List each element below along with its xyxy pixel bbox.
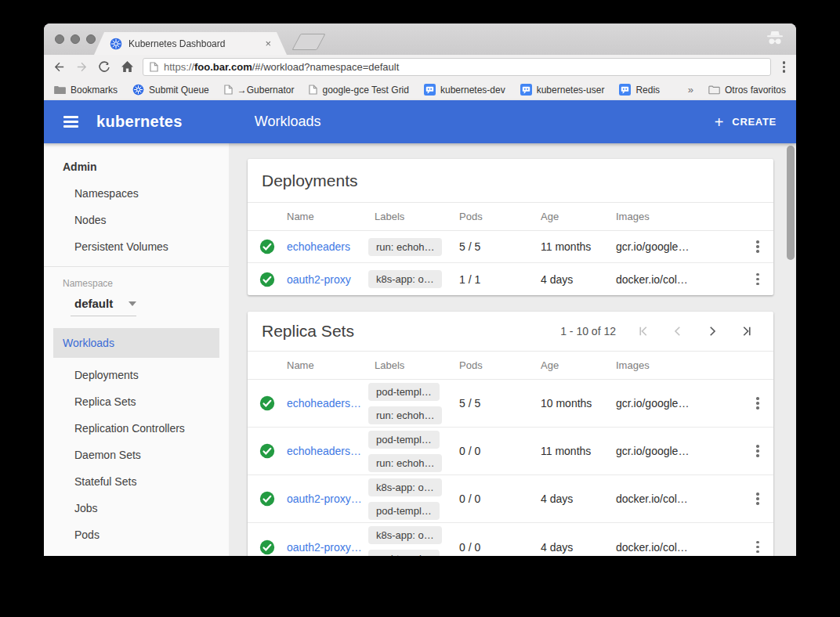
row-menu-icon[interactable] bbox=[753, 394, 762, 413]
folder-icon bbox=[708, 85, 720, 95]
sidebar-item-admin[interactable]: Admin bbox=[44, 153, 229, 180]
create-button[interactable]: + CREATE bbox=[715, 114, 777, 130]
next-page-icon[interactable] bbox=[705, 324, 719, 338]
row-menu-icon[interactable] bbox=[753, 237, 762, 256]
page-icon bbox=[150, 62, 158, 72]
scrollbar-thumb[interactable] bbox=[787, 146, 795, 260]
replica-sets-card: Replica Sets 1 - 10 of 12 bbox=[248, 312, 773, 556]
browser-tab[interactable]: Kubernetes Dashboard × bbox=[94, 32, 287, 55]
sidebar-item-daemon-sets[interactable]: Daemon Sets bbox=[44, 442, 229, 468]
back-icon[interactable] bbox=[52, 60, 66, 74]
last-page-icon[interactable] bbox=[740, 324, 754, 338]
sidebar-item-replication-controllers[interactable]: Replication Controllers bbox=[44, 415, 229, 442]
url-scheme: https:// bbox=[164, 61, 194, 73]
replica-sets-card-title: Replica Sets bbox=[262, 322, 354, 341]
bookmark-bookmarks-folder[interactable]: Bookmarks bbox=[54, 85, 118, 96]
scrollbar[interactable] bbox=[785, 143, 796, 556]
row-menu-icon[interactable] bbox=[753, 270, 762, 289]
row-menu-icon[interactable] bbox=[753, 489, 762, 508]
bookmark-google-gce-test-grid[interactable]: google-gce Test Grid bbox=[309, 85, 409, 96]
app-brand: kubernetes bbox=[96, 113, 183, 131]
browser-menu-icon[interactable] bbox=[780, 61, 789, 73]
minimize-window-button[interactable] bbox=[71, 34, 80, 44]
images-cell: gcr.io/google… bbox=[616, 240, 742, 253]
forward-icon[interactable] bbox=[74, 60, 89, 74]
sidebar-item-jobs[interactable]: Jobs bbox=[44, 495, 229, 521]
sidebar-divider bbox=[44, 266, 229, 267]
column-header-images: Images bbox=[616, 211, 742, 222]
bookmark-redis[interactable]: Redis bbox=[619, 84, 660, 96]
pods-cell: 0 / 0 bbox=[459, 541, 541, 554]
age-cell: 4 days bbox=[541, 541, 616, 554]
images-cell: docker.io/col… bbox=[616, 541, 742, 554]
zoom-window-button[interactable] bbox=[86, 34, 96, 44]
column-header-pods: Pods bbox=[459, 211, 541, 222]
sidebar-item-deployments[interactable]: Deployments bbox=[44, 362, 229, 388]
hamburger-menu-icon[interactable] bbox=[63, 116, 78, 128]
other-favorites-folder[interactable]: Otros favoritos bbox=[708, 85, 786, 96]
close-window-button[interactable] bbox=[55, 34, 64, 44]
status-ok-icon bbox=[259, 395, 275, 411]
bookmarks-bar: Bookmarks Submit Queue →Gubernato bbox=[44, 79, 796, 100]
row-menu-icon[interactable] bbox=[753, 538, 762, 556]
label-chip[interactable]: pod-templ… bbox=[368, 550, 440, 556]
page-icon bbox=[309, 85, 317, 95]
deployments-card-title: Deployments bbox=[262, 171, 358, 190]
bookmarks-overflow-chevron-icon[interactable]: » bbox=[688, 84, 693, 96]
label-chip[interactable]: pod-templ… bbox=[368, 383, 440, 401]
label-chip[interactable]: run: echoh… bbox=[368, 406, 442, 424]
pods-cell: 5 / 5 bbox=[459, 397, 541, 410]
workloads-sublist: Deployments Replica Sets Replication Con… bbox=[44, 362, 229, 548]
sidebar-item-workloads[interactable]: Workloads bbox=[53, 328, 219, 358]
pods-cell: 5 / 5 bbox=[459, 240, 541, 253]
sidebar-item-stateful-sets[interactable]: Stateful Sets bbox=[44, 468, 229, 495]
replica-sets-card-header: Replica Sets 1 - 10 of 12 bbox=[248, 312, 773, 351]
home-icon[interactable] bbox=[120, 60, 134, 74]
titlebar: Kubernetes Dashboard × bbox=[44, 23, 796, 55]
window-controls bbox=[55, 34, 96, 44]
groups-icon bbox=[619, 84, 631, 96]
table-row: oauth2-proxy… k8s-app: o… pod-templ… 0 /… bbox=[248, 475, 773, 523]
column-header-age: Age bbox=[541, 359, 616, 371]
replica-set-name-link[interactable]: echoheaders… bbox=[287, 445, 375, 457]
label-chip[interactable]: run: echoh… bbox=[368, 238, 442, 256]
column-header-name: Name bbox=[287, 359, 375, 371]
deployment-name-link[interactable]: echoheaders bbox=[287, 240, 375, 253]
replica-set-name-link[interactable]: oauth2-proxy… bbox=[287, 493, 375, 505]
address-bar[interactable]: https://foo.bar.com/#/workload?namespace… bbox=[143, 58, 771, 76]
column-header-pods: Pods bbox=[459, 359, 541, 371]
sidebar-item-replica-sets[interactable]: Replica Sets bbox=[44, 388, 229, 415]
browser-toolbar: https://foo.bar.com/#/workload?namespace… bbox=[44, 55, 796, 79]
label-chip[interactable]: pod-templ… bbox=[368, 431, 440, 449]
previous-page-icon[interactable] bbox=[671, 324, 685, 338]
reload-icon[interactable] bbox=[97, 60, 111, 74]
bookmark-gubernator[interactable]: →Gubernator bbox=[224, 85, 295, 96]
new-tab-button[interactable] bbox=[291, 34, 325, 50]
row-menu-icon[interactable] bbox=[753, 442, 762, 460]
pagination-range: 1 - 10 of 12 bbox=[560, 325, 616, 337]
bookmark-kubernetes-user[interactable]: kubernetes-user bbox=[520, 84, 605, 96]
replica-set-name-link[interactable]: oauth2-proxy… bbox=[287, 541, 375, 554]
bookmark-submit-queue[interactable]: Submit Queue bbox=[132, 84, 209, 96]
kubernetes-favicon-icon bbox=[110, 38, 122, 50]
tab-close-icon[interactable]: × bbox=[265, 38, 271, 49]
pods-cell: 0 / 0 bbox=[459, 493, 541, 505]
app-body: Admin Namespaces Nodes Persistent Volume… bbox=[44, 143, 796, 556]
label-chip[interactable]: k8s-app: o… bbox=[368, 270, 442, 288]
pods-cell: 1 / 1 bbox=[459, 273, 541, 286]
label-chip[interactable]: run: echoh… bbox=[368, 454, 442, 472]
namespace-select[interactable]: default bbox=[71, 297, 136, 316]
sidebar-item-nodes[interactable]: Nodes bbox=[44, 207, 229, 233]
sidebar-item-namespaces[interactable]: Namespaces bbox=[44, 180, 229, 207]
sidebar-item-pods[interactable]: Pods bbox=[44, 521, 229, 548]
sidebar-item-persistent-volumes[interactable]: Persistent Volumes bbox=[44, 233, 229, 260]
replica-set-name-link[interactable]: echoheaders… bbox=[287, 397, 375, 410]
url-host: foo.bar.com bbox=[194, 61, 252, 73]
label-chip[interactable]: k8s-app: o… bbox=[368, 526, 442, 544]
bookmark-kubernetes-dev[interactable]: kubernetes-dev bbox=[424, 84, 505, 96]
first-page-icon[interactable] bbox=[636, 324, 650, 338]
label-chip[interactable]: k8s-app: o… bbox=[368, 478, 442, 496]
page-icon bbox=[224, 85, 233, 95]
label-chip[interactable]: pod-templ… bbox=[368, 502, 440, 520]
deployment-name-link[interactable]: oauth2-proxy bbox=[287, 273, 375, 286]
